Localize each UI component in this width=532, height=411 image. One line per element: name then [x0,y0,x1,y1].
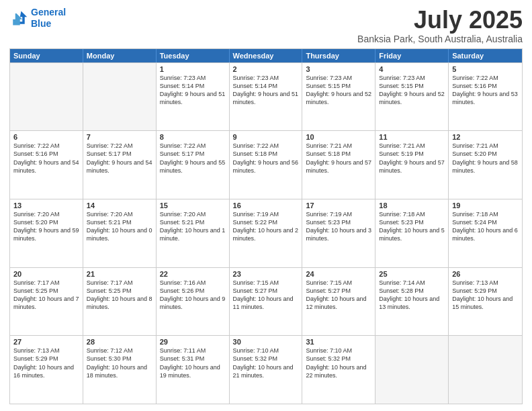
day-info: Sunrise: 7:22 AM Sunset: 5:18 PM Dayligh… [233,142,299,175]
weekday-header-tuesday: Tuesday [157,49,230,62]
weekday-header-saturday: Saturday [449,49,522,62]
calendar-cell: 3Sunrise: 7:23 AM Sunset: 5:15 PM Daylig… [302,63,375,131]
calendar-cell: 18Sunrise: 7:18 AM Sunset: 5:23 PM Dayli… [375,199,449,267]
day-number: 13 [13,201,79,210]
logo: General Blue [9,7,66,30]
day-info: Sunrise: 7:14 AM Sunset: 5:28 PM Dayligh… [379,279,445,312]
day-info: Sunrise: 7:15 AM Sunset: 5:27 PM Dayligh… [306,279,371,312]
calendar-cell: 14Sunrise: 7:20 AM Sunset: 5:21 PM Dayli… [83,199,157,267]
day-info: Sunrise: 7:15 AM Sunset: 5:27 PM Dayligh… [233,279,299,312]
calendar-cell [83,63,157,131]
calendar-cell: 6Sunrise: 7:22 AM Sunset: 5:16 PM Daylig… [10,131,83,199]
day-info: Sunrise: 7:10 AM Sunset: 5:32 PM Dayligh… [306,347,371,379]
calendar-cell: 2Sunrise: 7:23 AM Sunset: 5:14 PM Daylig… [230,63,303,131]
calendar-cell: 22Sunrise: 7:16 AM Sunset: 5:26 PM Dayli… [157,268,230,336]
day-number: 28 [87,338,152,346]
day-number: 25 [379,270,445,278]
day-number: 2 [233,65,299,73]
day-number: 21 [87,270,152,278]
calendar-cell: 4Sunrise: 7:23 AM Sunset: 5:15 PM Daylig… [375,63,449,131]
calendar-cell: 20Sunrise: 7:17 AM Sunset: 5:25 PM Dayli… [10,268,83,336]
day-info: Sunrise: 7:22 AM Sunset: 5:16 PM Dayligh… [13,142,79,175]
day-number: 22 [160,270,226,278]
calendar-cell: 27Sunrise: 7:13 AM Sunset: 5:29 PM Dayli… [10,336,83,404]
calendar-row-4: 27Sunrise: 7:13 AM Sunset: 5:29 PM Dayli… [10,335,522,404]
day-number: 11 [379,133,445,141]
day-info: Sunrise: 7:23 AM Sunset: 5:14 PM Dayligh… [160,74,226,107]
calendar-row-1: 6Sunrise: 7:22 AM Sunset: 5:16 PM Daylig… [10,130,522,199]
day-number: 7 [87,133,152,141]
day-info: Sunrise: 7:22 AM Sunset: 5:17 PM Dayligh… [87,142,152,175]
calendar-cell: 25Sunrise: 7:14 AM Sunset: 5:28 PM Dayli… [375,268,449,336]
weekday-header-thursday: Thursday [302,49,375,62]
calendar-cell: 9Sunrise: 7:22 AM Sunset: 5:18 PM Daylig… [230,131,303,199]
calendar-cell: 21Sunrise: 7:17 AM Sunset: 5:25 PM Dayli… [83,268,157,336]
calendar-cell: 30Sunrise: 7:10 AM Sunset: 5:32 PM Dayli… [230,336,303,404]
day-number: 26 [452,270,519,278]
calendar-body: 1Sunrise: 7:23 AM Sunset: 5:14 PM Daylig… [10,62,522,404]
calendar-cell: 5Sunrise: 7:22 AM Sunset: 5:16 PM Daylig… [449,63,522,131]
day-number: 20 [13,270,79,278]
weekday-header-monday: Monday [83,49,157,62]
day-number: 1 [160,65,226,73]
logo-blue: Blue [31,18,51,29]
day-info: Sunrise: 7:19 AM Sunset: 5:22 PM Dayligh… [233,210,299,243]
calendar-cell: 24Sunrise: 7:15 AM Sunset: 5:27 PM Dayli… [302,268,375,336]
calendar-cell: 11Sunrise: 7:21 AM Sunset: 5:19 PM Dayli… [375,131,449,199]
calendar-cell: 29Sunrise: 7:11 AM Sunset: 5:31 PM Dayli… [157,336,230,404]
calendar-cell: 23Sunrise: 7:15 AM Sunset: 5:27 PM Dayli… [230,268,303,336]
calendar-row-3: 20Sunrise: 7:17 AM Sunset: 5:25 PM Dayli… [10,267,522,336]
day-info: Sunrise: 7:23 AM Sunset: 5:15 PM Dayligh… [379,74,445,107]
day-number: 14 [87,201,152,210]
calendar-cell: 10Sunrise: 7:21 AM Sunset: 5:18 PM Dayli… [302,131,375,199]
day-number: 31 [306,338,371,346]
calendar-cell: 28Sunrise: 7:12 AM Sunset: 5:30 PM Dayli… [83,336,157,404]
day-number: 30 [233,338,299,346]
calendar-cell: 8Sunrise: 7:22 AM Sunset: 5:17 PM Daylig… [157,131,230,199]
day-info: Sunrise: 7:18 AM Sunset: 5:24 PM Dayligh… [452,210,519,243]
calendar-cell: 1Sunrise: 7:23 AM Sunset: 5:14 PM Daylig… [157,63,230,131]
calendar-cell [375,336,449,404]
calendar-cell [449,336,522,404]
subtitle: Banksia Park, South Australia, Australia [357,34,523,44]
calendar-cell: 31Sunrise: 7:10 AM Sunset: 5:32 PM Dayli… [302,336,375,404]
page: General Blue July 2025 Banksia Park, Sou… [0,0,532,411]
weekday-header-friday: Friday [375,49,449,62]
day-info: Sunrise: 7:16 AM Sunset: 5:26 PM Dayligh… [160,279,226,312]
calendar-cell: 19Sunrise: 7:18 AM Sunset: 5:24 PM Dayli… [449,199,522,267]
calendar: SundayMondayTuesdayWednesdayThursdayFrid… [9,48,523,404]
calendar-cell: 16Sunrise: 7:19 AM Sunset: 5:22 PM Dayli… [230,199,303,267]
logo-general: General [31,7,66,17]
day-info: Sunrise: 7:11 AM Sunset: 5:31 PM Dayligh… [160,347,226,379]
day-info: Sunrise: 7:13 AM Sunset: 5:29 PM Dayligh… [13,347,79,379]
calendar-cell: 13Sunrise: 7:20 AM Sunset: 5:20 PM Dayli… [10,199,83,267]
day-info: Sunrise: 7:12 AM Sunset: 5:30 PM Dayligh… [87,347,152,379]
main-title: July 2025 [357,7,523,34]
day-info: Sunrise: 7:21 AM Sunset: 5:18 PM Dayligh… [306,142,371,175]
calendar-cell: 15Sunrise: 7:20 AM Sunset: 5:21 PM Dayli… [157,199,230,267]
day-number: 23 [233,270,299,278]
header: General Blue July 2025 Banksia Park, Sou… [9,7,523,44]
day-number: 24 [306,270,371,278]
logo-text: General Blue [31,7,66,30]
calendar-header: SundayMondayTuesdayWednesdayThursdayFrid… [10,49,522,62]
day-number: 5 [452,65,519,73]
day-info: Sunrise: 7:20 AM Sunset: 5:21 PM Dayligh… [160,210,226,243]
calendar-cell: 12Sunrise: 7:21 AM Sunset: 5:20 PM Dayli… [449,131,522,199]
day-number: 3 [306,65,371,73]
day-number: 29 [160,338,226,346]
calendar-row-0: 1Sunrise: 7:23 AM Sunset: 5:14 PM Daylig… [10,62,522,131]
day-number: 6 [13,133,79,141]
day-number: 19 [452,201,519,210]
weekday-header-wednesday: Wednesday [230,49,303,62]
day-info: Sunrise: 7:13 AM Sunset: 5:29 PM Dayligh… [452,279,519,312]
day-info: Sunrise: 7:20 AM Sunset: 5:20 PM Dayligh… [13,210,79,243]
day-number: 16 [233,201,299,210]
day-number: 18 [379,201,445,210]
day-info: Sunrise: 7:20 AM Sunset: 5:21 PM Dayligh… [87,210,152,243]
logo-icon [9,9,28,28]
calendar-row-2: 13Sunrise: 7:20 AM Sunset: 5:20 PM Dayli… [10,199,522,267]
calendar-cell: 26Sunrise: 7:13 AM Sunset: 5:29 PM Dayli… [449,268,522,336]
day-number: 8 [160,133,226,141]
day-info: Sunrise: 7:23 AM Sunset: 5:15 PM Dayligh… [306,74,371,107]
